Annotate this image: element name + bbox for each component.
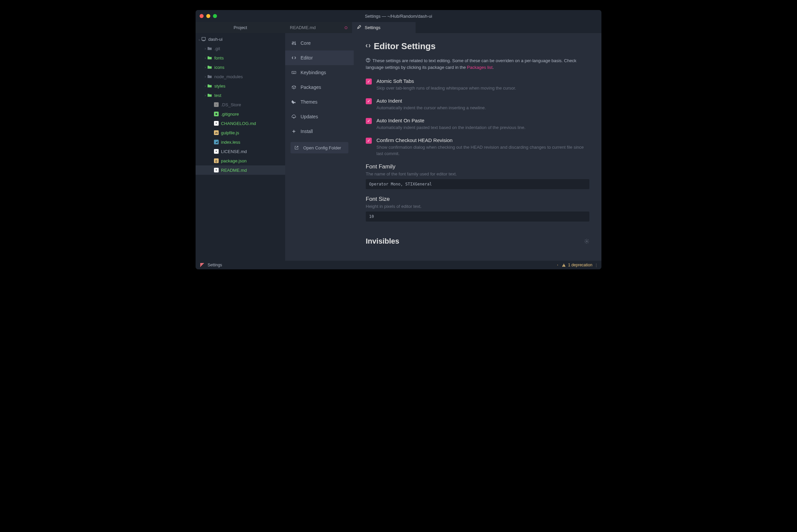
tree-item-README.md[interactable]: ▾ README.md bbox=[196, 166, 285, 175]
setting-description: Automatically indent pasted text based o… bbox=[376, 125, 525, 131]
deprecation-warning[interactable]: 1 deprecation bbox=[562, 263, 592, 267]
tab-README.md[interactable]: README.md bbox=[285, 22, 352, 33]
cloud-icon bbox=[291, 114, 297, 119]
setting-auto indent on paste: ✓ Auto Indent On Paste Automatically ind… bbox=[366, 118, 589, 131]
zoom-window-button[interactable] bbox=[213, 14, 217, 18]
folder-icon bbox=[207, 83, 212, 89]
tree-item-gulpfile.js[interactable]: JS gulpfile.js bbox=[196, 128, 285, 137]
setting-label: Auto Indent bbox=[376, 98, 486, 103]
settings-gear-icon[interactable] bbox=[584, 239, 589, 244]
file-icon: {} bbox=[214, 158, 219, 164]
setting-label: Auto Indent On Paste bbox=[376, 118, 525, 123]
nav-item-editor[interactable]: Editor bbox=[285, 51, 354, 65]
project-sidebar: Project ⌄ dash-ui › .git › fonts › icons… bbox=[196, 22, 285, 261]
nav-item-install[interactable]: Install bbox=[285, 124, 354, 139]
svg-point-2 bbox=[292, 43, 293, 44]
tree-item-icons[interactable]: › icons bbox=[196, 62, 285, 72]
close-window-button[interactable] bbox=[200, 14, 204, 18]
tree-item-dash-ui[interactable]: ⌄ dash-ui bbox=[196, 34, 285, 44]
modified-indicator-icon bbox=[345, 26, 347, 29]
folder-icon bbox=[207, 64, 212, 70]
tree-item-label: LICENSE.md bbox=[221, 149, 247, 154]
svg-rect-1 bbox=[203, 40, 204, 41]
external-link-icon bbox=[294, 146, 299, 150]
tree-item-LICENSE.md[interactable]: ▾ LICENSE.md bbox=[196, 147, 285, 156]
tree-item-.git[interactable]: › .git bbox=[196, 44, 285, 53]
main-pane: README.md Settings Core Editor Keybindin… bbox=[285, 22, 601, 261]
checkbox[interactable]: ✓ bbox=[366, 118, 372, 124]
setting-description: Automatically indent the cursor when ins… bbox=[376, 105, 486, 111]
window-title: Settings — ~/Hub/Random/dash-ui bbox=[196, 14, 601, 19]
nav-item-keybindings[interactable]: Keybindings bbox=[285, 65, 354, 80]
tree-item-.DS_Store[interactable]: ▪ .DS_Store bbox=[196, 100, 285, 109]
checkbox[interactable]: ✓ bbox=[366, 138, 372, 144]
chevron-icon: › bbox=[204, 47, 207, 51]
svg-rect-0 bbox=[202, 37, 206, 40]
package-icon bbox=[291, 85, 297, 90]
folder-icon bbox=[207, 93, 212, 98]
settings-nav: Core Editor Keybindings Packages Themes … bbox=[285, 33, 354, 261]
tree-item-fonts[interactable]: › fonts bbox=[196, 53, 285, 62]
settings-title: Editor Settings bbox=[374, 41, 435, 52]
tree-item-styles[interactable]: › styles bbox=[196, 81, 285, 91]
sliders-icon bbox=[291, 41, 297, 45]
file-icon: ◢ bbox=[214, 139, 219, 145]
code-icon bbox=[291, 55, 297, 60]
font-family-setting: Font Family The name of the font family … bbox=[366, 164, 589, 189]
file-icon: ▪ bbox=[214, 102, 219, 107]
tree-item-CHANGELOG.md[interactable]: ▾ CHANGELOG.md bbox=[196, 119, 285, 128]
folder-icon bbox=[201, 36, 206, 42]
tab-label: README.md bbox=[290, 25, 316, 30]
chevron-icon: › bbox=[204, 84, 207, 88]
button-label: Open Config Folder bbox=[303, 145, 341, 150]
project-header: Project bbox=[196, 22, 285, 33]
checkbox[interactable]: ✓ bbox=[366, 98, 372, 104]
svg-point-8 bbox=[586, 241, 587, 242]
tree-item-label: node_modules bbox=[214, 74, 243, 79]
nav-item-updates[interactable]: Updates bbox=[285, 109, 354, 124]
field-description: Height in pixels of editor text. bbox=[366, 204, 589, 209]
packages-list-link[interactable]: Packages list bbox=[467, 65, 493, 70]
font-family-input[interactable] bbox=[366, 179, 589, 189]
chevron-icon: › bbox=[204, 94, 207, 97]
tree-item-test[interactable]: › test bbox=[196, 91, 285, 100]
field-label: Font Family bbox=[366, 164, 589, 170]
tab-bar: README.md Settings bbox=[285, 22, 601, 33]
file-icon: ▾ bbox=[214, 121, 219, 126]
tree-item-label: README.md bbox=[221, 168, 247, 173]
nav-label: Keybindings bbox=[300, 70, 326, 75]
setting-auto indent: ✓ Auto Indent Automatically indent the c… bbox=[366, 98, 589, 111]
tab-Settings[interactable]: Settings bbox=[352, 22, 415, 33]
minimize-window-button[interactable] bbox=[206, 14, 210, 18]
nav-item-packages[interactable]: Packages bbox=[285, 80, 354, 95]
field-label: Font Size bbox=[366, 196, 589, 203]
folder-icon bbox=[207, 55, 212, 60]
open-config-folder-button[interactable]: Open Config Folder bbox=[291, 142, 348, 153]
nav-label: Core bbox=[300, 40, 311, 46]
tree-item-package.json[interactable]: {} package.json bbox=[196, 156, 285, 166]
folder-icon bbox=[207, 74, 212, 79]
nav-item-core[interactable]: Core bbox=[285, 36, 354, 51]
checkbox[interactable]: ✓ bbox=[366, 78, 372, 84]
tree-item-label: .gitignore bbox=[221, 112, 239, 117]
tree-item-label: package.json bbox=[221, 158, 247, 164]
setting-label: Atomic Soft Tabs bbox=[376, 78, 516, 84]
tree-item-label: gulpfile.js bbox=[221, 130, 239, 135]
nav-item-themes[interactable]: Themes bbox=[285, 95, 354, 109]
tree-item-label: .DS_Store bbox=[221, 102, 241, 107]
chevron-icon: › bbox=[204, 65, 207, 69]
file-icon: ▾ bbox=[214, 149, 219, 154]
tree-item-index.less[interactable]: ◢ index.less bbox=[196, 137, 285, 147]
tree-item-label: .git bbox=[214, 46, 220, 51]
tree-item-node_modules[interactable]: › node_modules bbox=[196, 72, 285, 81]
setting-label: Confirm Checkout HEAD Revision bbox=[376, 137, 589, 143]
tree-item-.gitignore[interactable]: ◉ .gitignore bbox=[196, 109, 285, 119]
tree-item-label: test bbox=[214, 93, 221, 98]
nav-label: Editor bbox=[300, 55, 313, 60]
field-description: The name of the font family used for edi… bbox=[366, 171, 589, 176]
nav-label: Updates bbox=[300, 114, 318, 119]
plus-icon bbox=[291, 129, 297, 134]
setting-description: Skip over tab-length runs of leading whi… bbox=[376, 85, 516, 91]
question-icon bbox=[366, 58, 370, 64]
font-size-input[interactable] bbox=[366, 211, 589, 222]
